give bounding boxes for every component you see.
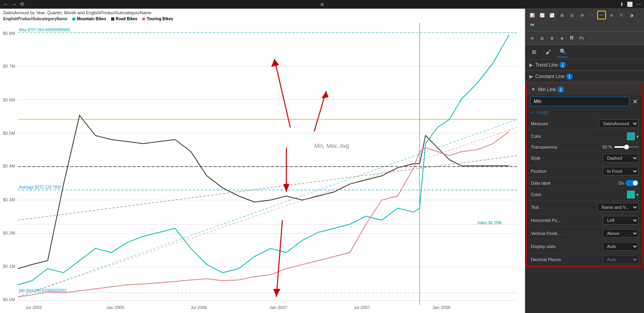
svg-text:Jul 2007: Jul 2007	[354, 305, 370, 310]
icon-python[interactable]: Py	[577, 34, 586, 42]
min-line-input[interactable]	[530, 97, 629, 106]
trend-line-label: Trend Line	[535, 62, 558, 68]
icon-waterfall[interactable]: ⊘	[607, 11, 616, 19]
icon-more-visuals[interactable]: ⋯	[587, 34, 596, 42]
icon-line-chart[interactable]: 〰	[597, 11, 606, 19]
min-line-title-row: ▼ Min Line 1	[531, 86, 564, 93]
prop-horizontal-position: Horizontal Po... Left Center Right	[527, 214, 642, 227]
top-bar: ← → ⟲ ≡ ⬇ ⬜ ⋯	[0, 0, 644, 9]
svg-text:$0.1M: $0.1M	[3, 264, 15, 269]
svg-text:Min $44,099.87000000003: Min $44,099.87000000003	[19, 288, 67, 293]
svg-text:$0.2M: $0.2M	[3, 231, 15, 235]
icon-filled-map[interactable]: ⊛	[528, 34, 536, 42]
tab-fields[interactable]: ⊞	[529, 46, 540, 57]
decimal-places-value: Auto	[575, 255, 638, 264]
legend-label-touring: Touring Bikes	[147, 17, 173, 21]
min-line-chevron: ▼	[531, 87, 536, 92]
svg-text:$0.5M: $0.5M	[3, 131, 15, 136]
prop-measure: Measure SalesAmount	[527, 117, 642, 130]
icon-table[interactable]: ⊞	[557, 11, 566, 19]
constant-line-header[interactable]: ▶ Constant Line 1	[525, 71, 644, 82]
constant-line-section: ▶ Constant Line 1	[525, 71, 644, 82]
text-label: Text	[531, 205, 575, 210]
svg-text:Jan 2008: Jan 2008	[433, 305, 450, 310]
icon-pie-chart[interactable]: ◔	[577, 11, 586, 19]
display-units-value: Auto None Thousands Millions	[575, 242, 638, 251]
color2-swatch[interactable]	[627, 191, 635, 198]
icon-r-visual[interactable]: R	[567, 34, 576, 42]
download-icon[interactable]: ⬇	[620, 2, 624, 7]
icon-map[interactable]: 🗺	[528, 21, 536, 29]
window-icon[interactable]: ⬜	[627, 2, 633, 7]
icon-area-chart[interactable]: 📉	[548, 11, 556, 19]
text-dropdown[interactable]: Name and V... Name Value	[597, 203, 638, 212]
prop-data-label: Data label On	[527, 178, 642, 189]
prop-color2: Color ▾	[527, 189, 642, 201]
svg-text:Max $797,064.60999999999: Max $797,064.60999999999	[19, 28, 70, 32]
menu-icon[interactable]: ≡	[320, 1, 323, 8]
svg-text:$0.0M: $0.0M	[3, 297, 15, 302]
tab-format[interactable]: 🖌	[543, 46, 554, 57]
top-bar-left-icons: ← → ⟲	[3, 1, 24, 7]
legend-dot-road	[111, 17, 114, 21]
trend-line-header[interactable]: ▶ Trend Line 1	[525, 59, 644, 71]
text-value: Name and V... Name Value	[575, 203, 638, 212]
top-bar-center: ≡	[24, 1, 620, 8]
icon-qna[interactable]: ⊗	[557, 34, 566, 42]
legend-item-mountain: Mountain Bikes	[72, 17, 106, 21]
measure-dropdown[interactable]: SalesAmount	[599, 119, 638, 128]
legend-field-label: EnglishProductSubcategoryName	[3, 17, 67, 21]
transparency-label: Transparency	[531, 145, 575, 149]
add-row[interactable]: + + Add	[527, 108, 642, 117]
color1-swatch[interactable]	[627, 132, 635, 140]
position-dropdown[interactable]: In Front Behind	[603, 167, 638, 176]
refresh-icon[interactable]: ⟲	[20, 1, 24, 7]
icon-gauge[interactable]: ◑	[627, 11, 636, 19]
legend-label-road: Road Bikes	[116, 17, 137, 21]
svg-text:$0.4M: $0.4M	[3, 164, 15, 168]
forward-icon[interactable]: →	[12, 1, 17, 7]
icon-scatter-chart[interactable]: ∷	[587, 11, 596, 19]
horizontal-position-value: Left Center Right	[575, 216, 638, 225]
icon-funnel[interactable]: ⊓	[617, 11, 626, 19]
prop-display-units: Display units Auto None Thousands Millio…	[527, 240, 642, 253]
icon-matrix[interactable]: ⊟	[567, 11, 576, 19]
data-label-toggle[interactable]	[626, 180, 638, 186]
min-line-header[interactable]: ▼ Min Line 1	[527, 84, 642, 95]
data-label-label: Data label	[531, 181, 575, 185]
decimal-places-dropdown[interactable]: Auto	[603, 255, 638, 264]
chart-svg-container[interactable]: $0.8M $0.7M $0.6M $0.5M $0.4M $0.3M $0.2…	[0, 23, 525, 313]
min-line-close-button[interactable]: ✕	[631, 98, 639, 105]
back-icon[interactable]: ←	[3, 1, 8, 7]
horizontal-position-dropdown[interactable]: Left Center Right	[603, 216, 638, 225]
prop-transparency: Transparency 50 %	[527, 143, 642, 152]
measure-value: SalesAmount	[575, 119, 638, 128]
toggle-thumb	[633, 181, 638, 185]
prop-text: Text Name and V... Name Value	[527, 201, 642, 214]
prop-style: Style Dashed Solid Dotted	[527, 152, 642, 165]
icon-bar-chart-2[interactable]: 📈	[538, 11, 546, 19]
data-label-value: On	[575, 180, 638, 186]
color1-chevron: ▾	[636, 134, 638, 139]
vertical-position-dropdown[interactable]: Above Below	[603, 229, 638, 238]
icon-treemap[interactable]: ⊞	[538, 34, 546, 42]
constant-line-title-row: ▶ Constant Line 1	[529, 73, 573, 80]
style-label: Style	[531, 156, 575, 160]
tab-row: ⊞ 🖌 🔍	[525, 45, 644, 59]
svg-text:Jul 2005: Jul 2005	[25, 305, 42, 310]
svg-text:Jan 2006: Jan 2006	[106, 305, 124, 310]
icon-key-influencers[interactable]: ⊕	[548, 34, 556, 42]
add-icon: +	[531, 109, 534, 116]
more-icon[interactable]: ⋯	[636, 2, 641, 7]
tab-analytics[interactable]: 🔍	[557, 46, 568, 57]
transparency-slider[interactable]	[615, 146, 638, 148]
svg-text:$0.7M: $0.7M	[3, 64, 15, 69]
legend-dot-touring	[142, 17, 145, 21]
trend-line-chevron: ▶	[529, 62, 533, 68]
toggle-on-label: On	[618, 181, 624, 185]
style-dropdown[interactable]: Dashed Solid Dotted	[603, 154, 638, 162]
display-units-dropdown[interactable]: Auto None Thousands Millions	[603, 242, 638, 251]
icon-bar-chart[interactable]: 📊	[528, 11, 536, 19]
chart-title: SalesAmount by Year, Quarter, Month and …	[0, 9, 525, 16]
legend-dot-mountain	[72, 17, 75, 21]
